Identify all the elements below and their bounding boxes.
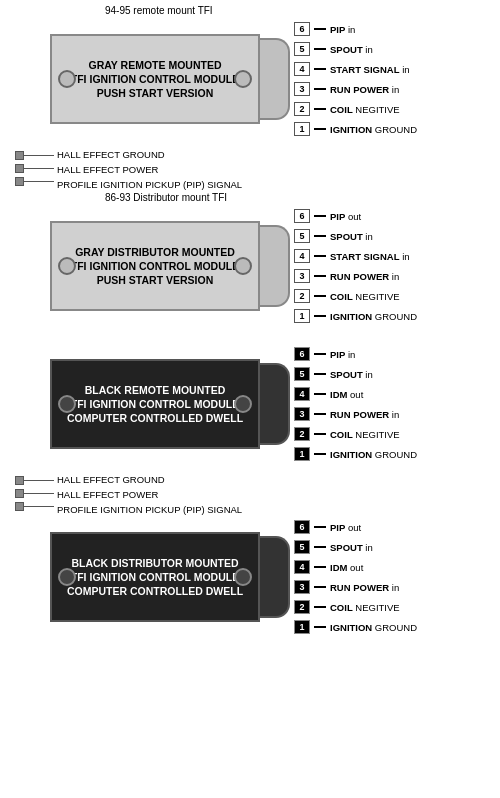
pin-label-1-1: IGNITION GROUND <box>330 124 417 135</box>
wire-connector-2c <box>15 502 54 511</box>
pin-num-1-4: 1 <box>294 620 310 634</box>
hall-wires-2: HALL EFFECT GROUND HALL EFFECT POWER PRO… <box>15 474 495 515</box>
pin-line-3-2 <box>314 275 326 277</box>
module-box-gray-dist: GRAY DISTRIBUTOR MOUNTEDTFI IGNITION CON… <box>50 221 260 311</box>
pin-num-6-2: 6 <box>294 209 310 223</box>
pin-num-2-2: 2 <box>294 289 310 303</box>
hall-effect-section-1: HALL EFFECT GROUND HALL EFFECT POWER PRO… <box>15 149 495 190</box>
wire-box-1b <box>15 164 24 173</box>
connector-bridge-2 <box>260 225 270 307</box>
pin-num-1-3: 1 <box>294 447 310 461</box>
connector-cap-1 <box>270 38 290 120</box>
hall-labels-2: HALL EFFECT GROUND HALL EFFECT POWER PRO… <box>57 474 242 515</box>
pin-line-1-2 <box>314 315 326 317</box>
pin-line-1-3 <box>314 453 326 455</box>
hall-effect-section-2: HALL EFFECT GROUND HALL EFFECT POWER PRO… <box>15 474 495 515</box>
pin-block-3: 6 PIP in 5 SPOUT in 4 IDM out 3 <box>294 344 417 464</box>
pin-label-2-2: COIL NEGITIVE <box>330 291 400 302</box>
pin-label-3-2: RUN POWER in <box>330 271 399 282</box>
pin-label-2-1: COIL NEGITIVE <box>330 104 400 115</box>
pin-num-1-1: 1 <box>294 122 310 136</box>
module-gray-distributor: 86-93 Distributor mount TFI GRAY DISTRIB… <box>5 192 495 326</box>
pin-row-6-4: 6 PIP out <box>294 519 417 535</box>
module-title-black-dist: BLACK DISTRIBUTOR MOUNTEDTFI IGNITION CO… <box>67 556 243 599</box>
pin-line-1-4 <box>314 626 326 628</box>
pin-row-5-4: 5 SPOUT in <box>294 539 417 555</box>
connector-bridge-4 <box>260 536 270 618</box>
pin-line-4-2 <box>314 255 326 257</box>
pin-num-4-4: 4 <box>294 560 310 574</box>
wire-connectors-1 <box>15 151 54 186</box>
wire-h-2a <box>24 480 54 481</box>
pin-label-4-2: START SIGNAL in <box>330 251 410 262</box>
pin-num-2-4: 2 <box>294 600 310 614</box>
wire-h-1a <box>24 155 54 156</box>
pin-block-4: 6 PIP out 5 SPOUT in 4 IDM out 3 <box>294 517 417 637</box>
connector-cap-2 <box>270 225 290 307</box>
wire-h-2c <box>24 506 54 507</box>
pin-num-4-1: 4 <box>294 62 310 76</box>
pin-label-4-4: IDM out <box>330 562 363 573</box>
module-box-black-dist: BLACK DISTRIBUTOR MOUNTEDTFI IGNITION CO… <box>50 532 260 622</box>
pin-num-3-1: 3 <box>294 82 310 96</box>
pin-row-5-1: 5 SPOUT in <box>294 41 417 57</box>
top-label-gray-dist: 86-93 Distributor mount TFI <box>105 192 495 203</box>
pin-num-4-2: 4 <box>294 249 310 263</box>
pin-label-2-3: COIL NEGITIVE <box>330 429 400 440</box>
wire-h-1c <box>24 181 54 182</box>
pin-row-1-1: 1 IGNITION GROUND <box>294 121 417 137</box>
pin-label-6-3: PIP in <box>330 349 355 360</box>
pin-line-5-3 <box>314 373 326 375</box>
pin-row-2-2: 2 COIL NEGITIVE <box>294 288 417 304</box>
connector-cap-4 <box>270 536 290 618</box>
pin-line-2-1 <box>314 108 326 110</box>
pin-num-5-2: 5 <box>294 229 310 243</box>
wire-connector-1c <box>15 177 54 186</box>
wire-h-2b <box>24 493 54 494</box>
hall-label-2b: HALL EFFECT POWER <box>57 489 242 500</box>
pin-row-1-4: 1 IGNITION GROUND <box>294 619 417 635</box>
pin-row-1-3: 1 IGNITION GROUND <box>294 446 417 462</box>
pin-label-3-4: RUN POWER in <box>330 582 399 593</box>
wire-connector-2a <box>15 476 54 485</box>
pin-line-5-2 <box>314 235 326 237</box>
pin-label-3-1: RUN POWER in <box>330 84 399 95</box>
module-title-black-remote: BLACK REMOTE MOUNTEDTFI IGNITION CONTROL… <box>67 383 243 426</box>
wire-box-2c <box>15 502 24 511</box>
pin-num-4-3: 4 <box>294 387 310 401</box>
pin-row-5-3: 5 SPOUT in <box>294 366 417 382</box>
pin-num-3-3: 3 <box>294 407 310 421</box>
wire-connector-2b <box>15 489 54 498</box>
pin-num-2-3: 2 <box>294 427 310 441</box>
pin-row-6-1: 6 PIP in <box>294 21 417 37</box>
pin-line-6-4 <box>314 526 326 528</box>
pin-row-3-3: 3 RUN POWER in <box>294 406 417 422</box>
module-gray-remote: 94-95 remote mount TFI GRAY REMOTE MOUNT… <box>5 5 495 139</box>
pin-line-5-1 <box>314 48 326 50</box>
pin-row-3-1: 3 RUN POWER in <box>294 81 417 97</box>
pin-num-6-3: 6 <box>294 347 310 361</box>
pin-line-2-3 <box>314 433 326 435</box>
pin-line-1-1 <box>314 128 326 130</box>
pin-label-1-3: IGNITION GROUND <box>330 449 417 460</box>
pin-label-4-3: IDM out <box>330 389 363 400</box>
wire-h-1b <box>24 168 54 169</box>
module-black-remote: BLACK REMOTE MOUNTEDTFI IGNITION CONTROL… <box>5 344 495 464</box>
pin-row-2-1: 2 COIL NEGITIVE <box>294 101 417 117</box>
pin-line-6-3 <box>314 353 326 355</box>
pin-label-5-2: SPOUT in <box>330 231 373 242</box>
module-title-gray-remote: GRAY REMOTE MOUNTEDTFI IGNITION CONTROL … <box>71 58 239 101</box>
pin-label-6-4: PIP out <box>330 522 361 533</box>
top-label-gray-remote: 94-95 remote mount TFI <box>105 5 495 16</box>
wire-connectors-2 <box>15 476 54 511</box>
pin-num-5-3: 5 <box>294 367 310 381</box>
connector-cap-3 <box>270 363 290 445</box>
hall-label-1b: HALL EFFECT POWER <box>57 164 242 175</box>
wire-connector-1a <box>15 151 54 160</box>
pin-row-4-2: 4 START SIGNAL in <box>294 248 417 264</box>
pin-row-3-2: 3 RUN POWER in <box>294 268 417 284</box>
pin-label-5-1: SPOUT in <box>330 44 373 55</box>
wire-box-1a <box>15 151 24 160</box>
pin-num-6-1: 6 <box>294 22 310 36</box>
module-black-distributor: BLACK DISTRIBUTOR MOUNTEDTFI IGNITION CO… <box>5 517 495 637</box>
